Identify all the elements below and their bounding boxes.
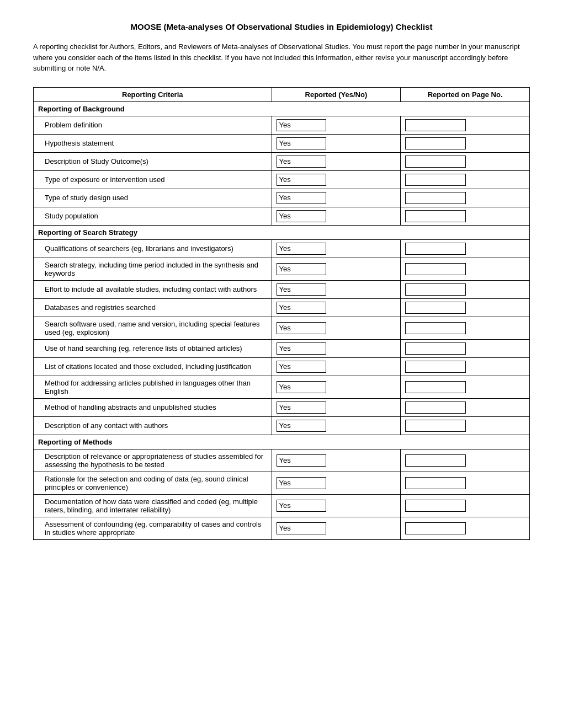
page-cell-1-0[interactable] [401, 239, 530, 258]
criteria-cell-2-2: Documentation of how data were classifie… [34, 494, 272, 517]
page-input-0-5[interactable] [405, 210, 466, 222]
reported-cell-2-2[interactable] [272, 494, 401, 517]
page-input-1-7[interactable] [405, 381, 466, 393]
reported-cell-1-3[interactable] [272, 298, 401, 317]
page-cell-0-4[interactable] [401, 189, 530, 207]
reported-input-0-4[interactable] [277, 192, 326, 204]
table-row: Method for addressing articles published… [34, 376, 530, 398]
reported-input-0-3[interactable] [277, 174, 326, 186]
page-input-0-4[interactable] [405, 192, 466, 204]
page-title: MOOSE (Meta-analyses Of Observational St… [33, 22, 530, 31]
reported-input-1-0[interactable] [277, 243, 326, 255]
reported-cell-0-3[interactable] [272, 170, 401, 189]
criteria-cell-1-1: Search strategy, including time period i… [34, 258, 272, 280]
reported-input-0-0[interactable] [277, 119, 326, 131]
reported-input-2-1[interactable] [277, 477, 326, 489]
page-input-0-0[interactable] [405, 119, 466, 131]
page-cell-0-1[interactable] [401, 134, 530, 152]
reported-cell-0-5[interactable] [272, 207, 401, 225]
section-title-2: Reporting of Methods [34, 435, 530, 449]
table-row: Method of handling abstracts and unpubli… [34, 398, 530, 416]
reported-cell-1-7[interactable] [272, 376, 401, 398]
table-row: List of citations located and those excl… [34, 357, 530, 376]
page-input-1-4[interactable] [405, 322, 466, 334]
reported-input-1-1[interactable] [277, 263, 326, 275]
page-input-1-9[interactable] [405, 420, 466, 432]
reported-input-0-2[interactable] [277, 156, 326, 168]
table-row: Search software used, name and version, … [34, 317, 530, 339]
reported-input-0-5[interactable] [277, 210, 326, 222]
criteria-cell-1-4: Search software used, name and version, … [34, 317, 272, 339]
page-input-0-1[interactable] [405, 137, 466, 149]
page-input-2-0[interactable] [405, 454, 466, 467]
reported-cell-1-5[interactable] [272, 339, 401, 357]
criteria-cell-2-3: Assessment of confounding (eg, comparabi… [34, 517, 272, 539]
page-cell-2-0[interactable] [401, 449, 530, 472]
reported-input-1-7[interactable] [277, 381, 326, 393]
page-cell-2-1[interactable] [401, 472, 530, 494]
page-input-2-3[interactable] [405, 522, 466, 534]
reported-input-1-4[interactable] [277, 322, 326, 334]
page-input-1-2[interactable] [405, 283, 466, 296]
page-cell-2-2[interactable] [401, 494, 530, 517]
reported-input-1-2[interactable] [277, 283, 326, 296]
reported-cell-2-1[interactable] [272, 472, 401, 494]
page-cell-1-5[interactable] [401, 339, 530, 357]
reported-cell-0-1[interactable] [272, 134, 401, 152]
page-cell-1-7[interactable] [401, 376, 530, 398]
table-row: Effort to include all available studies,… [34, 280, 530, 298]
reported-cell-1-8[interactable] [272, 398, 401, 416]
page-cell-2-3[interactable] [401, 517, 530, 539]
reported-input-1-6[interactable] [277, 361, 326, 373]
reported-input-2-3[interactable] [277, 522, 326, 534]
col-header-criteria: Reporting Criteria [34, 87, 272, 101]
reported-cell-1-9[interactable] [272, 416, 401, 435]
page-cell-1-9[interactable] [401, 416, 530, 435]
reported-cell-1-1[interactable] [272, 258, 401, 280]
page-input-0-3[interactable] [405, 174, 466, 186]
page-input-2-2[interactable] [405, 500, 466, 512]
criteria-cell-0-1: Hypothesis statement [34, 134, 272, 152]
page-cell-1-2[interactable] [401, 280, 530, 298]
reported-cell-0-0[interactable] [272, 116, 401, 134]
reported-input-1-9[interactable] [277, 420, 326, 432]
intro-text: A reporting checklist for Authors, Edito… [33, 41, 530, 74]
reported-cell-1-6[interactable] [272, 357, 401, 376]
reported-input-1-8[interactable] [277, 402, 326, 414]
page-cell-0-3[interactable] [401, 170, 530, 189]
page-cell-1-1[interactable] [401, 258, 530, 280]
reported-cell-1-0[interactable] [272, 239, 401, 258]
page-input-2-1[interactable] [405, 477, 466, 489]
table-row: Use of hand searching (eg, reference lis… [34, 339, 530, 357]
page-cell-1-3[interactable] [401, 298, 530, 317]
page-cell-0-5[interactable] [401, 207, 530, 225]
page-input-1-5[interactable] [405, 342, 466, 355]
page-input-1-1[interactable] [405, 263, 466, 275]
reported-cell-2-3[interactable] [272, 517, 401, 539]
page-cell-1-6[interactable] [401, 357, 530, 376]
reported-input-1-5[interactable] [277, 342, 326, 355]
reported-cell-0-2[interactable] [272, 152, 401, 170]
reported-input-2-2[interactable] [277, 500, 326, 512]
page-cell-0-0[interactable] [401, 116, 530, 134]
reported-input-0-1[interactable] [277, 137, 326, 149]
reported-cell-1-4[interactable] [272, 317, 401, 339]
table-row: Qualifications of searchers (eg, librari… [34, 239, 530, 258]
page-cell-1-4[interactable] [401, 317, 530, 339]
page-input-1-6[interactable] [405, 361, 466, 373]
page-input-0-2[interactable] [405, 156, 466, 168]
reported-cell-0-4[interactable] [272, 189, 401, 207]
page-input-1-3[interactable] [405, 302, 466, 314]
reported-input-1-3[interactable] [277, 302, 326, 314]
col-header-reported: Reported (Yes/No) [272, 87, 401, 101]
reported-input-2-0[interactable] [277, 454, 326, 467]
page-cell-1-8[interactable] [401, 398, 530, 416]
criteria-cell-1-9: Description of any contact with authors [34, 416, 272, 435]
criteria-cell-0-4: Type of study design used [34, 189, 272, 207]
page-input-1-0[interactable] [405, 243, 466, 255]
reported-cell-1-2[interactable] [272, 280, 401, 298]
reported-cell-2-0[interactable] [272, 449, 401, 472]
page-cell-0-2[interactable] [401, 152, 530, 170]
page-input-1-8[interactable] [405, 402, 466, 414]
table-row: Problem definition [34, 116, 530, 134]
